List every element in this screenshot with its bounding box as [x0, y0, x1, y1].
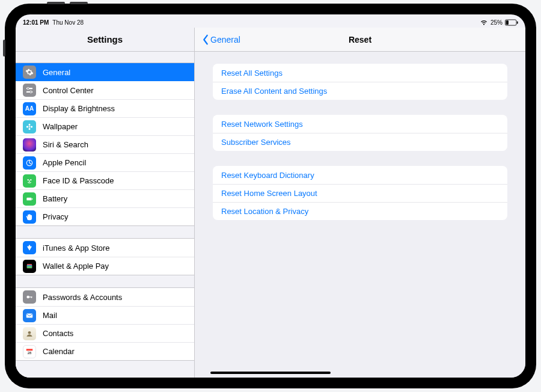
power-button [3, 40, 5, 57]
status-date: Thu Nov 28 [52, 19, 84, 26]
home-indicator[interactable] [210, 372, 331, 374]
detail-title: Reset [195, 35, 525, 44]
sidebar-item-display[interactable]: AA Display & Brightness [16, 99, 194, 117]
svg-point-7 [29, 126, 30, 127]
svg-point-21 [26, 296, 29, 299]
svg-point-13 [28, 179, 28, 180]
sidebar-item-battery[interactable]: Battery [16, 189, 194, 207]
sidebar-item-label: Passwords & Accounts [43, 293, 122, 302]
status-bar: 12:01 PM Thu Nov 28 25% [16, 14, 525, 28]
detail-group: Reset Keyboard Dictionary Reset Home Scr… [213, 166, 507, 220]
battery-icon [23, 192, 36, 206]
screen: 12:01 PM Thu Nov 28 25% Settings [16, 14, 525, 378]
svg-point-14 [31, 179, 31, 180]
hand-icon [23, 210, 36, 224]
svg-rect-1 [506, 20, 509, 25]
volume-down-button [70, 2, 88, 4]
aa-icon: AA [23, 102, 36, 115]
sidebar-item-faceid[interactable]: Face ID & Passcode [16, 171, 194, 189]
sidebar-item-calendar[interactable]: 28 Calendar [16, 342, 194, 360]
wifi-icon [480, 19, 488, 26]
settings-sidebar: Settings General C [16, 28, 195, 378]
sidebar-item-label: Control Center [43, 86, 94, 95]
battery-text: 25% [491, 19, 503, 26]
sidebar-group: iTunes & App Store Wallet & Apple Pay [16, 238, 194, 275]
sidebar-item-label: Mail [43, 311, 57, 320]
appstore-icon [23, 241, 36, 254]
sidebar-group: General Control Center AA Display & Brig… [16, 63, 194, 226]
pencil-icon [23, 156, 36, 170]
sidebar-item-wallet[interactable]: Wallet & Apple Pay [16, 257, 194, 275]
sidebar-item-contacts[interactable]: Contacts [16, 324, 194, 342]
svg-rect-20 [27, 266, 32, 268]
sidebar-item-label: Battery [43, 194, 67, 203]
svg-rect-2 [517, 21, 518, 23]
mail-icon [23, 309, 36, 322]
svg-text:28: 28 [28, 351, 31, 354]
split-view: Settings General C [16, 28, 525, 378]
siri-icon [23, 138, 36, 152]
svg-rect-15 [26, 197, 31, 200]
sidebar-item-privacy[interactable]: Privacy [16, 207, 194, 225]
sidebar-item-mail[interactable]: Mail [16, 306, 194, 324]
sidebar-item-label: Contacts [43, 329, 73, 338]
flower-icon [23, 120, 36, 133]
volume-up-button [47, 2, 65, 4]
detail-panel: General Reset Reset All Settings Erase A… [195, 28, 525, 378]
sidebar-list[interactable]: General Control Center AA Display & Brig… [16, 52, 194, 378]
key-icon [23, 290, 36, 304]
sidebar-group: Passwords & Accounts Mail [16, 287, 194, 361]
sidebar-item-label: General [43, 68, 70, 77]
sidebar-item-wallpaper[interactable]: Wallpaper [16, 117, 194, 135]
sidebar-item-general[interactable]: General [16, 63, 194, 81]
sidebar-item-label: Privacy [43, 212, 69, 221]
switches-icon [23, 84, 36, 97]
detail-body[interactable]: Reset All Settings Erase All Content and… [195, 52, 525, 378]
detail-header: General Reset [195, 28, 525, 52]
svg-point-6 [30, 91, 32, 93]
sidebar-item-label: iTunes & App Store [43, 243, 110, 253]
svg-point-5 [27, 87, 29, 90]
status-left: 12:01 PM Thu Nov 28 [23, 19, 84, 26]
sidebar-item-label: Calendar [43, 347, 75, 356]
chevron-left-icon [202, 34, 209, 45]
reset-network-settings[interactable]: Reset Network Settings [213, 115, 507, 133]
reset-location-privacy[interactable]: Reset Location & Privacy [213, 202, 507, 220]
sidebar-item-label: Siri & Search [43, 140, 88, 149]
detail-group: Reset Network Settings Subscriber Servic… [213, 115, 507, 151]
battery-icon [505, 19, 518, 26]
sidebar-item-label: Display & Brightness [43, 104, 115, 113]
svg-rect-16 [32, 198, 32, 199]
sidebar-item-control-center[interactable]: Control Center [16, 81, 194, 99]
sidebar-item-pencil[interactable]: Apple Pencil [16, 153, 194, 171]
sidebar-item-label: Wallpaper [43, 122, 78, 131]
sidebar-item-label: Apple Pencil [43, 158, 86, 167]
back-button[interactable]: General [202, 34, 240, 45]
calendar-icon: 28 [23, 345, 36, 358]
contacts-icon [23, 327, 36, 340]
sidebar-title: Settings [16, 28, 194, 52]
svg-point-11 [31, 126, 33, 127]
svg-point-9 [29, 127, 31, 130]
status-right: 25% [480, 19, 518, 26]
sidebar-item-label: Wallet & Apple Pay [43, 262, 109, 271]
gear-icon [23, 66, 36, 79]
wallet-icon [23, 260, 36, 273]
svg-point-25 [28, 331, 31, 334]
reset-keyboard-dictionary[interactable]: Reset Keyboard Dictionary [213, 166, 507, 184]
svg-rect-23 [31, 296, 32, 298]
detail-group: Reset All Settings Erase All Content and… [213, 64, 507, 100]
reset-all-settings[interactable]: Reset All Settings [213, 64, 507, 82]
subscriber-services[interactable]: Subscriber Services [213, 133, 507, 151]
status-time: 12:01 PM [23, 19, 49, 26]
sidebar-item-itunes[interactable]: iTunes & App Store [16, 239, 194, 257]
face-icon [23, 174, 36, 188]
erase-all-content[interactable]: Erase All Content and Settings [213, 82, 507, 100]
sidebar-item-passwords[interactable]: Passwords & Accounts [16, 288, 194, 306]
reset-home-screen-layout[interactable]: Reset Home Screen Layout [213, 184, 507, 202]
svg-rect-24 [26, 313, 33, 317]
sidebar-item-siri[interactable]: Siri & Search [16, 135, 194, 153]
ipad-device-frame: 12:01 PM Thu Nov 28 25% Settings [5, 4, 536, 388]
svg-rect-26 [26, 349, 33, 351]
svg-point-10 [26, 126, 29, 127]
